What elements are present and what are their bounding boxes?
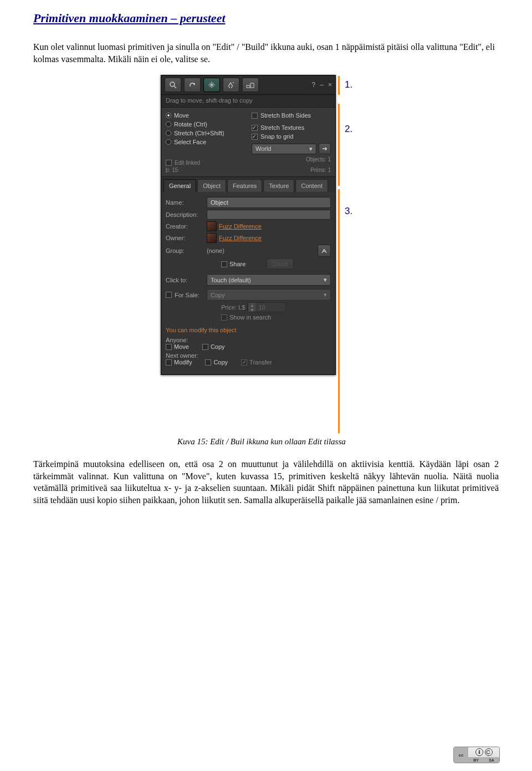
check-edit-linked[interactable] (166, 160, 172, 166)
anyone-move-check[interactable]: Move (166, 343, 189, 350)
cc-license-badge: cc BY SA (453, 747, 500, 763)
options-arrow-button[interactable]: ➜ (319, 143, 331, 154)
price-value: 10 (255, 303, 285, 312)
figure-area: ? – × Drag to move, shift-drag to copy M… (33, 75, 499, 447)
marker-3: 3. (338, 189, 371, 433)
tab-object[interactable]: Object (197, 179, 226, 192)
next-modify-label: Modify (174, 359, 192, 366)
radio-move-label: Move (174, 112, 189, 119)
group-value: (none) (207, 247, 318, 254)
help-icon[interactable]: ? (312, 81, 316, 89)
marker-1: 1. (338, 76, 371, 104)
ruler-mode-select[interactable]: World ▾ (252, 144, 316, 154)
check-show-in-search[interactable]: Show in search (221, 314, 271, 321)
name-input[interactable]: Object (207, 197, 331, 208)
anyone-label: Anyone: (166, 337, 210, 343)
next-modify-check[interactable]: Modify (166, 359, 192, 366)
chevron-down-icon: ▾ (324, 291, 327, 298)
for-sale-type-value: Copy (211, 292, 225, 298)
spin-up-icon: ▲ (248, 303, 255, 307)
tab-texture[interactable]: Texture (263, 179, 294, 192)
tool-toolbar: ? – × (161, 75, 335, 95)
next-copy-label: Copy (213, 359, 228, 366)
description-input[interactable] (207, 210, 331, 220)
price-input: ▲▼ 10 (247, 302, 286, 312)
anyone-copy-label: Copy (211, 343, 225, 350)
clickto-value: Touch (default) (211, 277, 251, 283)
for-sale-type-select: Copy ▾ (207, 289, 331, 301)
minimize-icon[interactable]: – (320, 81, 324, 89)
show-in-search-label: Show in search (229, 314, 271, 321)
focus-tool-button[interactable] (165, 78, 181, 92)
close-icon[interactable]: × (328, 81, 332, 89)
section-markers: 1. 2. 3. (338, 75, 371, 433)
check-snap-label: Snap to grid (260, 133, 293, 140)
body-paragraph: Tärkeimpinä muutoksina edelliseen on, et… (33, 458, 499, 506)
check-stretch-both-label: Stretch Both Sides (260, 112, 311, 119)
cc-logo: cc (454, 747, 468, 763)
create-tool-button[interactable] (223, 78, 239, 92)
prims-label: Prims: (310, 167, 326, 173)
clickto-select[interactable]: Touch (default) ▾ (207, 274, 331, 286)
deed-button: Deed (267, 258, 293, 270)
chevron-down-icon: ▾ (309, 145, 313, 153)
radio-stretch-label: Stretch (Ctrl+Shift) (174, 130, 224, 136)
radio-rotate[interactable]: Rotate (Ctrl) (166, 120, 252, 129)
edit-tool-button[interactable] (203, 78, 220, 92)
svg-line-1 (174, 86, 176, 88)
check-stretch-both[interactable]: Stretch Both Sides (252, 111, 331, 120)
move-tool-button[interactable] (184, 78, 201, 92)
share-label: Share (229, 261, 245, 267)
svg-point-0 (170, 82, 175, 87)
marker-2: 2. (338, 104, 371, 189)
spin-down-icon: ▼ (248, 307, 255, 312)
check-stretch-textures[interactable]: Stretch Textures (252, 123, 331, 132)
description-label: Description: (166, 211, 207, 218)
cc-sa-icon (485, 748, 493, 756)
general-tab-panel: Name: Object Description: Creator: Fuzz … (161, 192, 335, 374)
radio-select-face[interactable]: Select Face (166, 138, 252, 146)
p-label: þ: (166, 167, 170, 173)
radio-move[interactable]: Move (166, 111, 252, 120)
name-label: Name: (166, 199, 207, 206)
objects-label: Objects: (306, 156, 326, 163)
next-transfer-check: Transfer (241, 359, 272, 366)
svg-rect-6 (478, 752, 480, 754)
anyone-move-label: Move (174, 343, 189, 350)
land-tool-button[interactable] (242, 78, 259, 92)
chevron-down-icon: ▾ (324, 276, 327, 283)
svg-point-5 (478, 750, 480, 752)
creator-link[interactable]: Fuzz Difference (219, 223, 262, 230)
section-heading: Primitiven muokkaaminen – perusteet (33, 11, 499, 26)
figure-caption: Kuva 15: Edit / Buil ikkuna kun ollaan E… (177, 437, 355, 447)
radio-rotate-label: Rotate (Ctrl) (174, 121, 207, 128)
edit-options-section: Move Rotate (Ctrl) Stretch (Ctrl+Shift) … (161, 108, 335, 177)
ruler-mode-value: World (255, 145, 272, 152)
modify-message: You can modify this object (166, 322, 331, 336)
prims-value: 1 (328, 167, 331, 173)
check-share[interactable]: Share (221, 261, 245, 267)
radio-stretch[interactable]: Stretch (Ctrl+Shift) (166, 129, 252, 138)
objects-value: 1 (328, 156, 331, 163)
intro-paragraph: Kun olet valinnut luomasi primitiven ja … (33, 41, 499, 65)
cc-sa-text: SA (489, 758, 494, 762)
tab-content[interactable]: Content (295, 179, 328, 192)
check-snap-to-grid[interactable]: Snap to grid (252, 132, 331, 141)
group-set-button[interactable] (318, 245, 331, 257)
owner-avatar (207, 233, 217, 243)
group-label: Group: (166, 247, 207, 254)
next-copy-check[interactable]: Copy (205, 359, 228, 366)
tab-general[interactable]: General (163, 179, 196, 192)
check-stretch-tex-label: Stretch Textures (260, 124, 304, 131)
owner-link[interactable]: Fuzz Difference (219, 235, 262, 241)
edit-linked-label: Edit linked (175, 160, 200, 166)
property-tabs: General Object Features Texture Content (161, 177, 335, 192)
p-value: 15 (172, 167, 178, 173)
check-for-sale[interactable] (166, 292, 172, 298)
tab-features[interactable]: Features (227, 179, 262, 192)
tool-hint: Drag to move, shift-drag to copy (161, 95, 335, 108)
marker-3-text: 3. (345, 206, 352, 216)
clickto-label: Click to: (166, 277, 207, 283)
cc-by-text: BY (473, 758, 479, 762)
anyone-copy-check[interactable]: Copy (202, 343, 225, 350)
